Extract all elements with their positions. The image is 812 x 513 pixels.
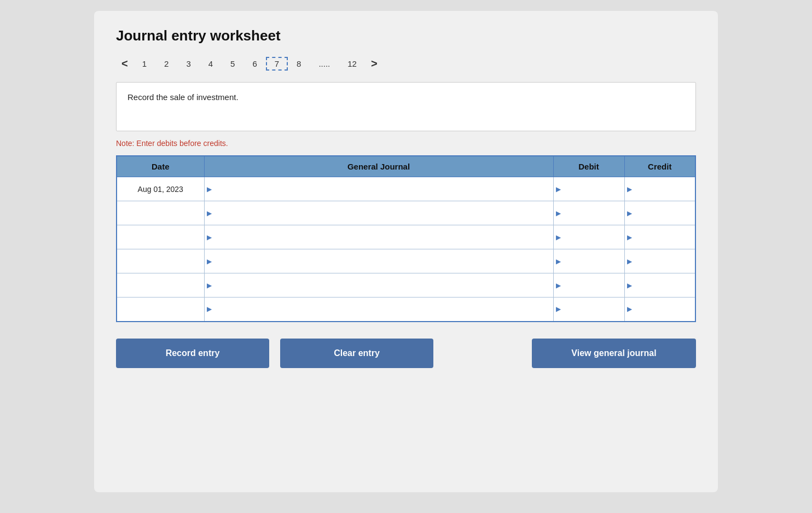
- debit-input-4[interactable]: [562, 249, 624, 273]
- prev-arrow[interactable]: <: [116, 55, 134, 72]
- credit-cell-3[interactable]: ▶: [624, 225, 695, 249]
- cell-arrow-icon: ▶: [556, 258, 561, 265]
- page-2[interactable]: 2: [155, 57, 177, 71]
- col-header-general-journal: General Journal: [204, 156, 553, 177]
- page-7[interactable]: 7: [266, 57, 288, 71]
- page-8[interactable]: 8: [288, 57, 310, 71]
- credit-input-4[interactable]: [633, 249, 695, 273]
- cell-arrow-icon: ▶: [556, 234, 561, 241]
- table-row: ▶ ▶ ▶: [117, 201, 695, 225]
- date-cell-6: [117, 298, 204, 322]
- journal-cell-2[interactable]: ▶: [204, 201, 553, 225]
- credit-cell-6[interactable]: ▶: [624, 298, 695, 322]
- table-row: Aug 01, 2023 ▶ ▶ ▶: [117, 177, 695, 201]
- date-cell-1: Aug 01, 2023: [117, 177, 204, 201]
- cell-arrow-icon: ▶: [556, 282, 561, 289]
- buttons-row: Record entry Clear entry View general jo…: [116, 339, 696, 368]
- debit-cell-6[interactable]: ▶: [553, 298, 624, 322]
- instruction-text: Record the sale of investment.: [127, 92, 685, 102]
- journal-input-5[interactable]: [213, 273, 553, 297]
- cell-arrow-icon: ▶: [556, 185, 561, 193]
- debit-cell-1[interactable]: ▶: [553, 177, 624, 201]
- table-row: ▶ ▶ ▶: [117, 249, 695, 273]
- page-6[interactable]: 6: [243, 57, 265, 71]
- debit-cell-4[interactable]: ▶: [553, 249, 624, 273]
- journal-input-6[interactable]: [213, 298, 553, 321]
- journal-cell-5[interactable]: ▶: [204, 273, 553, 298]
- debit-cell-3[interactable]: ▶: [553, 225, 624, 249]
- page-3[interactable]: 3: [177, 57, 199, 71]
- date-cell-4: [117, 249, 204, 273]
- journal-table: Date General Journal Debit Credit Aug 01…: [116, 155, 696, 322]
- debit-input-5[interactable]: [562, 273, 624, 297]
- view-general-journal-button[interactable]: View general journal: [532, 339, 696, 368]
- table-row: ▶ ▶ ▶: [117, 298, 695, 322]
- date-cell-2: [117, 201, 204, 225]
- journal-input-3[interactable]: [213, 225, 553, 249]
- next-arrow[interactable]: >: [366, 55, 383, 72]
- clear-entry-button[interactable]: Clear entry: [280, 339, 433, 368]
- cell-arrow-icon: ▶: [627, 282, 632, 289]
- debit-input-1[interactable]: [562, 177, 624, 201]
- cell-arrow-icon: ▶: [627, 185, 632, 193]
- col-header-date: Date: [117, 156, 204, 177]
- date-cell-3: [117, 225, 204, 249]
- credit-input-2[interactable]: [633, 201, 695, 225]
- page-title: Journal entry worksheet: [116, 27, 696, 44]
- page-5[interactable]: 5: [222, 57, 243, 71]
- page-4[interactable]: 4: [200, 57, 222, 71]
- page-ellipsis: .....: [310, 57, 339, 71]
- debit-input-2[interactable]: [562, 201, 624, 225]
- debit-input-6[interactable]: [562, 298, 624, 321]
- cell-arrow-icon: ▶: [556, 209, 561, 217]
- cell-arrow-icon: ▶: [627, 305, 632, 313]
- cell-arrow-icon: ▶: [627, 258, 632, 265]
- cell-arrow-icon: ▶: [207, 185, 212, 193]
- col-header-credit: Credit: [624, 156, 695, 177]
- debit-cell-5[interactable]: ▶: [553, 273, 624, 298]
- cell-arrow-icon: ▶: [627, 209, 632, 217]
- cell-arrow-icon: ▶: [207, 305, 212, 313]
- record-entry-button[interactable]: Record entry: [116, 339, 269, 368]
- cell-arrow-icon: ▶: [207, 258, 212, 265]
- cell-arrow-icon: ▶: [207, 234, 212, 241]
- journal-cell-4[interactable]: ▶: [204, 249, 553, 273]
- credit-cell-1[interactable]: ▶: [624, 177, 695, 201]
- cell-arrow-icon: ▶: [556, 305, 561, 313]
- cell-arrow-icon: ▶: [627, 234, 632, 241]
- journal-input-2[interactable]: [213, 201, 553, 225]
- journal-cell-1[interactable]: ▶: [204, 177, 553, 201]
- credit-input-1[interactable]: [633, 177, 695, 201]
- journal-input-1[interactable]: [213, 177, 553, 201]
- cell-arrow-icon: ▶: [207, 282, 212, 289]
- page-1[interactable]: 1: [134, 57, 155, 71]
- credit-input-3[interactable]: [633, 225, 695, 249]
- journal-cell-3[interactable]: ▶: [204, 225, 553, 249]
- debit-cell-2[interactable]: ▶: [553, 201, 624, 225]
- note-text: Note: Enter debits before credits.: [116, 139, 696, 148]
- credit-input-6[interactable]: [633, 298, 695, 321]
- credit-cell-2[interactable]: ▶: [624, 201, 695, 225]
- credit-cell-4[interactable]: ▶: [624, 249, 695, 273]
- col-header-debit: Debit: [553, 156, 624, 177]
- page-container: Journal entry worksheet < 1 2 3 4 5 6 7 …: [94, 11, 718, 492]
- pagination: < 1 2 3 4 5 6 7 8 ..... 12 >: [116, 55, 696, 72]
- instruction-box: Record the sale of investment.: [116, 82, 696, 131]
- table-row: ▶ ▶ ▶: [117, 273, 695, 298]
- table-row: ▶ ▶ ▶: [117, 225, 695, 249]
- journal-cell-6[interactable]: ▶: [204, 298, 553, 322]
- date-cell-5: [117, 273, 204, 298]
- journal-input-4[interactable]: [213, 249, 553, 273]
- credit-cell-5[interactable]: ▶: [624, 273, 695, 298]
- credit-input-5[interactable]: [633, 273, 695, 297]
- debit-input-3[interactable]: [562, 225, 624, 249]
- cell-arrow-icon: ▶: [207, 209, 212, 217]
- page-12[interactable]: 12: [339, 57, 366, 71]
